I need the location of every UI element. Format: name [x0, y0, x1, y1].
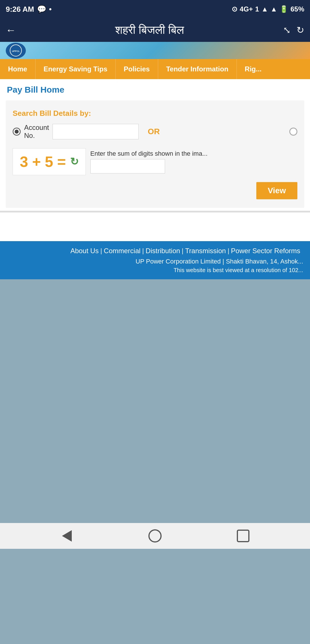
captcha-equals: =: [57, 153, 66, 170]
footer-link-commercial[interactable]: Commercial: [104, 247, 141, 255]
back-nav-button[interactable]: [58, 527, 75, 545]
recents-nav-button[interactable]: [235, 527, 252, 545]
dot-indicator: •: [49, 5, 52, 14]
nav-menu: Home Energy Saving Tips Policies Tender …: [0, 59, 310, 79]
signal-icon2: ▲: [270, 5, 277, 13]
footer-link-transmission[interactable]: Transmission: [185, 247, 226, 255]
svg-text:UPPCL: UPPCL: [12, 50, 20, 52]
logo: UPPCL: [6, 43, 26, 58]
gray-area: [0, 279, 310, 523]
signal-icon: ▲: [261, 5, 268, 13]
nav-item-policies[interactable]: Policies: [116, 59, 158, 79]
captcha-hint-area: Enter the sum of digits shown in the ima…: [90, 150, 208, 173]
footer-link-distribution[interactable]: Distribution: [146, 247, 180, 255]
location-icon: ⊙: [232, 5, 237, 13]
network-label: 4G+: [240, 5, 253, 13]
footer-sep-4: |: [228, 247, 229, 255]
mobile-radio[interactable]: [289, 128, 297, 136]
footer-link-power-reforms[interactable]: Power Sector Reforms: [231, 247, 300, 255]
bottom-nav: [0, 523, 310, 549]
nav-icons: ⤡ ↻: [283, 25, 304, 36]
captcha-input[interactable]: [90, 159, 165, 173]
captcha-hint: Enter the sum of digits shown in the ima…: [90, 150, 208, 157]
white-spacer: [0, 212, 310, 241]
time-display: 9:26 AM: [6, 5, 34, 14]
status-bar: 9:26 AM 💬 • ⊙ 4G+ 1 ▲ ▲ 🔋 65%: [0, 0, 310, 18]
pay-bill-header: Pay Bill Home: [0, 79, 310, 97]
top-nav: ← शहरी बिजली बिल ⤡ ↻: [0, 18, 310, 42]
banner: UPPCL: [0, 42, 310, 59]
captcha-num2: 5: [45, 153, 53, 170]
captcha-refresh-button[interactable]: ↻: [70, 156, 79, 168]
nav-item-tender[interactable]: Tender Information: [158, 59, 237, 79]
footer-sep-2: |: [142, 247, 144, 255]
captcha-row: 3 + 5 = ↻ Enter the sum of digits shown …: [13, 148, 297, 175]
battery-icon: 🔋: [280, 5, 288, 13]
status-right: ⊙ 4G+ 1 ▲ ▲ 🔋 65%: [232, 5, 304, 13]
refresh-button[interactable]: ↻: [297, 25, 304, 36]
account-row: AccountNo. OR: [13, 124, 297, 140]
search-label: Search Bill Details by:: [13, 109, 297, 118]
battery-level: 65%: [290, 5, 304, 13]
captcha-plus: +: [32, 153, 41, 170]
nav-item-energy[interactable]: Energy Saving Tips: [36, 59, 116, 79]
footer-sep-1: |: [100, 247, 102, 255]
nav-item-home[interactable]: Home: [0, 59, 36, 79]
captcha-box: 3 + 5 = ↻: [13, 148, 86, 175]
view-button[interactable]: View: [256, 182, 297, 199]
whatsapp-icon: 💬: [37, 5, 46, 14]
view-btn-row: View: [13, 182, 297, 199]
footer-note: This website is best viewed at a resolut…: [7, 267, 303, 274]
status-left: 9:26 AM 💬 •: [6, 5, 52, 14]
notification-badge: 1: [255, 5, 259, 13]
pay-bill-title: Pay Bill Home: [7, 85, 303, 95]
page-title: शहरी बिजली बिल: [22, 24, 277, 37]
account-label: AccountNo.: [24, 124, 49, 140]
home-nav-button[interactable]: [146, 527, 164, 545]
footer-sep-3: |: [182, 247, 183, 255]
search-form: Search Bill Details by: AccountNo. OR 3 …: [6, 100, 304, 208]
footer-link-about[interactable]: About Us: [70, 247, 99, 255]
footer: About Us | Commercial | Distribution | T…: [0, 241, 310, 279]
nav-item-rig[interactable]: Rig...: [237, 59, 270, 79]
back-button[interactable]: ←: [6, 24, 16, 36]
account-input[interactable]: [53, 124, 139, 139]
share-button[interactable]: ⤡: [283, 25, 291, 36]
main-content: Pay Bill Home Search Bill Details by: Ac…: [0, 79, 310, 241]
radio-inner: [15, 130, 19, 134]
or-text: OR: [148, 127, 160, 136]
footer-address: UP Power Corporation Limited | Shakti Bh…: [7, 258, 303, 265]
account-radio[interactable]: [13, 128, 21, 136]
footer-links: About Us | Commercial | Distribution | T…: [7, 247, 303, 255]
captcha-num1: 3: [20, 153, 28, 170]
